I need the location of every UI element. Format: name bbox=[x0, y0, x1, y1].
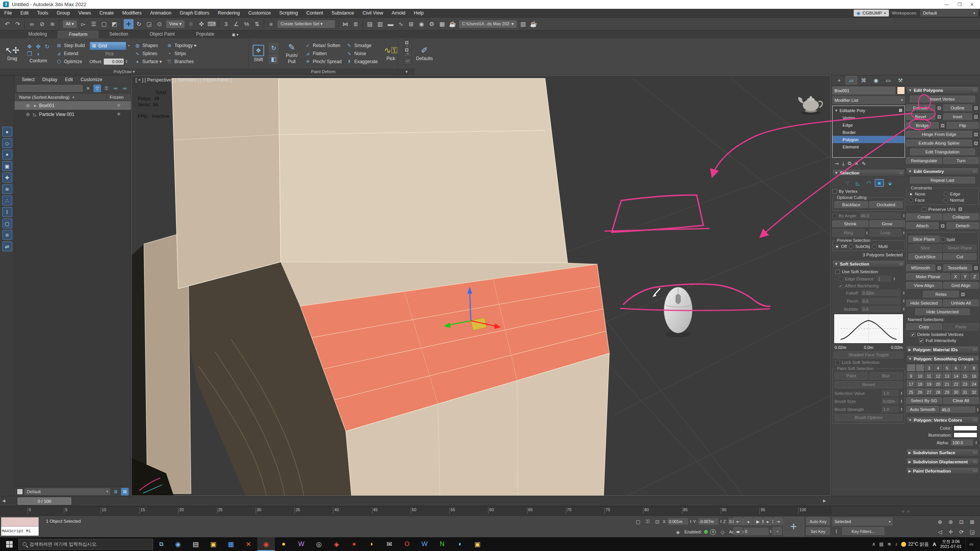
menu-item[interactable]: Content bbox=[302, 10, 327, 16]
stack-subobject-item[interactable]: Element bbox=[833, 143, 905, 150]
constraint-none-radio[interactable] bbox=[908, 192, 913, 196]
smudge-icon[interactable]: ✎Smudge bbox=[346, 42, 377, 49]
clear-all-button[interactable]: Clear All bbox=[943, 397, 979, 404]
menu-item[interactable]: Group bbox=[52, 10, 74, 16]
smoothing-group-button[interactable]: 4 bbox=[934, 364, 942, 372]
maximize-icon[interactable]: ❐ bbox=[957, 2, 962, 7]
shift-tool[interactable]: ✥ Shift bbox=[253, 45, 264, 62]
slice-plane-button[interactable]: Slice Plane bbox=[908, 236, 939, 243]
bevel-button[interactable]: Bevel bbox=[906, 113, 935, 121]
select-and-manipulate-icon[interactable]: ✜ bbox=[196, 19, 206, 29]
display-particles-icon[interactable]: ∴ bbox=[2, 196, 12, 205]
ribbon-tab[interactable]: Freeform bbox=[58, 31, 99, 38]
blur-button[interactable]: Blur bbox=[869, 372, 903, 380]
display-xrefs-icon[interactable]: ⇄ bbox=[2, 241, 12, 251]
display-helpers-icon[interactable]: ✚ bbox=[2, 173, 12, 183]
edge-distance-checkbox[interactable] bbox=[838, 277, 843, 281]
rendered-frame-window-icon[interactable]: ▦ bbox=[437, 19, 447, 29]
menu-item[interactable]: Help bbox=[410, 10, 428, 16]
preview-multi-radio[interactable] bbox=[872, 244, 877, 249]
current-frame-field[interactable]: 0 bbox=[743, 528, 769, 535]
delete-isolated-vertices-checkbox[interactable]: ✔ bbox=[911, 332, 915, 337]
ribbon-settings-icon[interactable] bbox=[404, 40, 410, 46]
named-selection-sets-dropdown[interactable]: Create Selection Set ▾ bbox=[278, 20, 335, 28]
grid-tool-button[interactable]: ⊞Grid bbox=[90, 42, 126, 50]
field-of-view-icon[interactable]: ◁ bbox=[935, 527, 945, 536]
ribbon-settings-icon[interactable] bbox=[404, 47, 410, 53]
orbit-icon[interactable]: ⟳ bbox=[956, 527, 967, 536]
play-icon[interactable]: ▶ bbox=[753, 517, 763, 526]
folder-app-icon[interactable]: ▣ bbox=[469, 537, 486, 551]
auto-smooth-spinner[interactable]: ▲▼ bbox=[977, 408, 979, 412]
select-by-sg-button[interactable]: Select By SG bbox=[906, 397, 942, 404]
explorer-menu-item[interactable]: Display bbox=[39, 77, 60, 82]
shapes-icon[interactable]: ◍Shapes bbox=[134, 42, 162, 49]
go-to-start-icon[interactable]: ⇤ bbox=[733, 517, 743, 526]
edit-geometry-rollout-header[interactable]: ▼ Edit Geometry ∷∷ bbox=[906, 168, 979, 175]
conform-tool[interactable]: ❖✥↻❐◗ Conform bbox=[25, 43, 51, 64]
surface-icon[interactable]: ◕Surface ▾ bbox=[134, 58, 162, 65]
toolbar-separator[interactable] bbox=[264, 20, 264, 29]
display-cameras-icon[interactable]: ▣ bbox=[2, 161, 12, 171]
extrude-along-spline-button[interactable]: Extrude Along Spline bbox=[906, 140, 972, 147]
maximize-viewport-icon[interactable]: ◲ bbox=[967, 527, 977, 536]
shift-scale-icon[interactable]: ◧ bbox=[269, 54, 279, 64]
explorer-menu-item[interactable]: Select bbox=[18, 77, 38, 82]
by-vertex-checkbox[interactable] bbox=[832, 189, 837, 194]
select-and-move-icon[interactable]: ✛ bbox=[124, 19, 134, 29]
weather-widget[interactable]: 22°C 맑음 bbox=[901, 541, 929, 548]
topology-icon[interactable]: ⊛Topology ▾ bbox=[166, 42, 196, 49]
previous-frame-icon[interactable]: ◂ bbox=[743, 517, 753, 526]
name-column-header[interactable]: Name (Sorted Ascending) bbox=[19, 95, 70, 99]
ribbon-tab[interactable]: Object Paint bbox=[139, 31, 185, 38]
render-icon[interactable]: ☕ bbox=[529, 19, 539, 29]
auto-key-button[interactable]: Auto Key bbox=[806, 517, 830, 526]
edge-distance-field[interactable]: 1 bbox=[877, 276, 891, 282]
bridge-settings-icon[interactable] bbox=[940, 123, 946, 129]
tab-create[interactable]: + bbox=[833, 76, 845, 85]
relax-button[interactable]: Relax bbox=[923, 291, 959, 298]
taskbar-clock[interactable]: 오전 3:06 2021-07-01 bbox=[940, 539, 962, 549]
smoothing-group-button[interactable]: 22 bbox=[952, 380, 960, 388]
menu-item[interactable]: File bbox=[0, 10, 16, 16]
border-subobject-icon[interactable]: ◠ bbox=[864, 179, 873, 187]
user-profile-icon[interactable]: ◉ bbox=[169, 537, 187, 551]
chrome-icon[interactable]: ◉ bbox=[257, 537, 275, 551]
wacom-app-icon[interactable]: W bbox=[292, 537, 310, 551]
maxscript-listener-field[interactable]: MAXScript Mi bbox=[1, 527, 39, 536]
select-and-link-icon[interactable]: ∞ bbox=[27, 19, 37, 29]
hierarchy-view-icon[interactable]: ≔ bbox=[112, 85, 119, 92]
preview-off-radio[interactable] bbox=[835, 244, 839, 249]
select-and-scale-icon[interactable]: ◲ bbox=[144, 19, 154, 29]
noise-icon[interactable]: ∿Noise bbox=[346, 50, 377, 57]
hide-unselected-button[interactable]: Hide Unselected bbox=[915, 308, 970, 316]
turn-button[interactable]: Turn bbox=[943, 157, 979, 165]
smoothing-group-button[interactable]: 12 bbox=[934, 372, 942, 380]
scene-node-particle-view[interactable]: ◎ ◺ Particle View 001 ✻ bbox=[15, 110, 131, 119]
menu-item[interactable]: Civil View bbox=[358, 10, 387, 16]
show-end-result-icon[interactable]: ⍊ bbox=[842, 160, 845, 166]
tray-sound-icon[interactable]: ♪ bbox=[895, 541, 897, 547]
msmooth-settings-icon[interactable] bbox=[936, 265, 942, 271]
preserve-uvs-settings-icon[interactable] bbox=[957, 206, 963, 212]
active-layer-swatch[interactable] bbox=[17, 489, 23, 495]
extrude-along-spline-settings-icon[interactable] bbox=[973, 140, 979, 146]
x-app-icon[interactable]: ✕ bbox=[240, 537, 257, 551]
frame-spinner[interactable]: ▲▼ bbox=[769, 530, 772, 533]
bridge-button[interactable]: Bridge bbox=[906, 122, 939, 129]
smoothing-group-button[interactable]: 28 bbox=[934, 388, 942, 396]
mail-app-icon[interactable]: ✉ bbox=[381, 537, 398, 551]
lock-explorer-icon[interactable]: ⚿ bbox=[103, 85, 110, 92]
user-account-dropdown[interactable]: ◉ CGBUMP ▾ bbox=[854, 10, 889, 16]
smoothing-group-button[interactable]: 19 bbox=[925, 380, 933, 388]
outline-button[interactable]: Outline bbox=[943, 104, 972, 112]
select-and-rotate-icon[interactable]: ↻ bbox=[134, 19, 144, 29]
offset-spinner[interactable]: ▲▼ bbox=[125, 60, 127, 64]
viewport-label[interactable]: [ + ] [ Perspective ] [ Standard ] [ Edg… bbox=[136, 77, 232, 83]
constraint-edge-radio[interactable] bbox=[944, 192, 948, 196]
smoothing-group-button[interactable]: 6 bbox=[952, 364, 960, 372]
isolate-selection-icon[interactable]: ▢ bbox=[634, 517, 642, 526]
selection-filter-dropdown[interactable]: All ▾ bbox=[63, 20, 77, 28]
polydraw-footer[interactable]: PolyDraw ▾ bbox=[0, 68, 248, 75]
visibility-eye-icon[interactable]: ◎ bbox=[24, 103, 31, 108]
